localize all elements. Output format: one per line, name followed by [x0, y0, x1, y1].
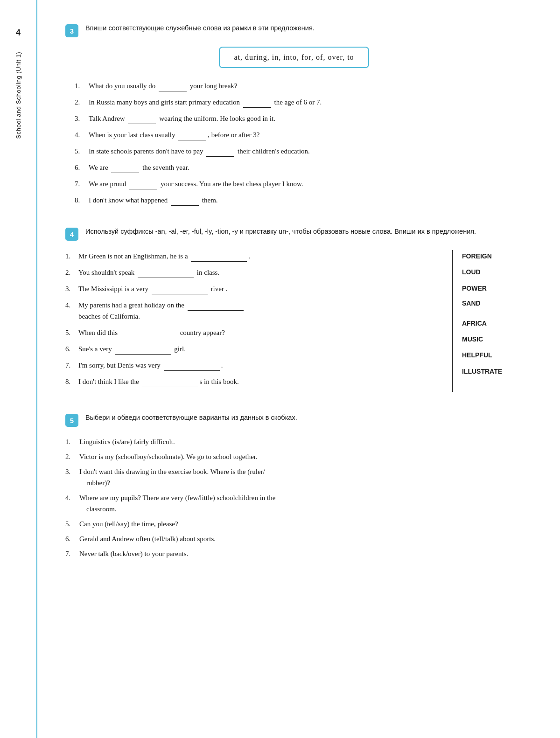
exercise-4-words: FOREIGN LOUD POWER SAND AFRICA MUSIC HEL…: [453, 250, 523, 392]
item-number: 1.: [75, 80, 89, 91]
item-content: I don't know what happened them.: [89, 194, 523, 206]
item-number: 6.: [65, 343, 78, 355]
list-item: 3. Talk Andrew wearing the uniform. He l…: [75, 112, 523, 124]
ex4-item-4: 4. My parents had a great holiday on the…: [65, 299, 445, 322]
item-number: 7.: [65, 548, 79, 559]
exercise-5-list: 1. Linguistics (is/are) fairly difficult…: [65, 436, 523, 559]
exercise-3-header: 3 Впиши соответствующие служебные слова …: [65, 23, 523, 37]
item-number: 6.: [75, 162, 89, 173]
ex4-item-7: 7. I'm sorry, but Denis was very .: [65, 359, 445, 371]
blank: [171, 194, 199, 206]
ex5-item-7: 7. Never talk (back/over) to your parent…: [65, 548, 523, 559]
exercise-4-section: 4 Используй суффиксы -an, -al, -er, -ful…: [65, 227, 523, 392]
blank: [138, 266, 194, 278]
exercise-3-instruction: Впиши соответствующие служебные слова из…: [85, 23, 315, 33]
item-number: 4.: [75, 129, 89, 140]
page-container: 4 School and Schooling (Unit 1) 3 Впиши …: [0, 0, 560, 738]
list-item: 8. I don't know what happened them.: [75, 194, 523, 206]
ex5-item-1: 1. Linguistics (is/are) fairly difficult…: [65, 436, 523, 447]
word-item: AFRICA: [462, 317, 523, 328]
item-text: I'm sorry, but Denis was very .: [78, 359, 445, 371]
word-item: SAND: [462, 298, 523, 308]
sidebar: 4 School and Schooling (Unit 1): [0, 0, 37, 738]
list-item: 7. We are proud your success. You are th…: [75, 178, 523, 189]
blank: [164, 359, 220, 371]
list-item: 5. In state schools parents don't have t…: [75, 145, 523, 157]
blank: [111, 161, 139, 173]
ex5-item-5: 5. Can you (tell/say) the time, please?: [65, 518, 523, 529]
item-text: I don't want this drawing in the exercis…: [79, 466, 523, 488]
exercise-5-instruction: Выбери и обведи соответствующие варианты…: [85, 413, 297, 422]
blank: [121, 327, 177, 338]
ex4-item-3: 3. The Mississippi is a very river .: [65, 283, 445, 294]
item-text: Linguistics (is/are) fairly difficult.: [79, 436, 523, 447]
exercise-3-word-box: at, during, in, into, for, of, over, to: [219, 47, 369, 68]
item-text: Mr Green is not an Englishman, he is a .: [78, 250, 445, 262]
item-content: What do you usually do your long break?: [89, 80, 523, 91]
item-content: When is your last class usually , before…: [89, 129, 523, 140]
list-item: 4. When is your last class usually , bef…: [75, 129, 523, 140]
item-number: 1.: [65, 436, 79, 447]
sidebar-rotated-text: School and Schooling (Unit 1): [15, 52, 22, 139]
blank: [178, 129, 206, 140]
exercise-4-header: 4 Используй суффиксы -an, -al, -er, -ful…: [65, 227, 523, 241]
item-number: 2.: [65, 267, 78, 278]
exercise-5-badge: 5: [65, 414, 78, 427]
item-text: I don't think I like the s in this book.: [78, 376, 445, 387]
item-text: Victor is my (schoolboy/schoolmate). We …: [79, 451, 523, 462]
item-content: In Russia many boys and girls start prim…: [89, 96, 523, 108]
word-item: POWER: [462, 282, 523, 293]
blank: [128, 112, 156, 124]
item-number: 4.: [65, 492, 79, 503]
item-content: In state schools parents don't have to p…: [89, 145, 523, 157]
exercise-4-badge: 4: [65, 228, 78, 241]
ex4-item-1: 1. Mr Green is not an Englishman, he is …: [65, 250, 445, 262]
exercise-5-header: 5 Выбери и обведи соответствующие вариан…: [65, 413, 523, 427]
ex4-item-2: 2. You shouldn't speak in class.: [65, 266, 445, 278]
blank: [206, 145, 234, 157]
item-text: You shouldn't speak in class.: [78, 266, 445, 278]
blank: [188, 299, 244, 311]
exercise-4-sentences: 1. Mr Green is not an Englishman, he is …: [65, 250, 453, 392]
item-text: When did this country appear?: [78, 327, 445, 338]
blank: [243, 96, 271, 108]
ex5-item-4: 4. Where are my pupils? There are very (…: [65, 492, 523, 515]
item-number: 7.: [65, 360, 78, 371]
item-number: 7.: [75, 178, 89, 189]
ex4-item-8: 8. I don't think I like the s in this bo…: [65, 376, 445, 387]
ex4-item-5: 5. When did this country appear?: [65, 327, 445, 338]
item-number: 3.: [75, 113, 89, 124]
ex4-item-6: 6. Sue's a very girl.: [65, 343, 445, 355]
item-number: 5.: [65, 327, 78, 338]
item-number: 6.: [65, 533, 79, 544]
item-text: Sue's a very girl.: [78, 343, 445, 355]
item-content: We are the seventh year.: [89, 161, 523, 173]
item-number: 4.: [65, 299, 78, 311]
item-text: My parents had a great holiday on the be…: [78, 299, 445, 322]
item-text: The Mississippi is a very river .: [78, 283, 445, 294]
word-item: LOUD: [462, 266, 523, 277]
exercise-4-content: 1. Mr Green is not an Englishman, he is …: [65, 250, 523, 392]
word-item: ILLUSTRATE: [462, 365, 523, 376]
item-number: 1.: [65, 251, 78, 262]
item-number: 5.: [75, 146, 89, 157]
item-content: Talk Andrew wearing the uniform. He look…: [89, 112, 523, 124]
blank: [115, 343, 171, 355]
list-item: 2. In Russia many boys and girls start p…: [75, 96, 523, 108]
page-number: 4: [16, 28, 21, 38]
word-item: HELPFUL: [462, 349, 523, 360]
blank: [129, 178, 157, 189]
item-text: Where are my pupils? There are very (few…: [79, 492, 523, 515]
main-content: 3 Впиши соответствующие служебные слова …: [37, 0, 560, 738]
item-number: 5.: [65, 518, 79, 529]
exercise-3-badge: 3: [65, 24, 78, 37]
item-text: Can you (tell/say) the time, please?: [79, 518, 523, 529]
list-item: 6. We are the seventh year.: [75, 161, 523, 173]
ex5-item-6: 6. Gerald and Andrew often (tell/talk) a…: [65, 533, 523, 544]
word-item: MUSIC: [462, 333, 523, 344]
blank: [152, 283, 208, 294]
exercise-3-list: 1. What do you usually do your long brea…: [65, 80, 523, 206]
item-number: 3.: [65, 283, 78, 294]
ex5-item-2: 2. Victor is my (schoolboy/schoolmate). …: [65, 451, 523, 462]
item-text: Gerald and Andrew often (tell/talk) abou…: [79, 533, 523, 544]
